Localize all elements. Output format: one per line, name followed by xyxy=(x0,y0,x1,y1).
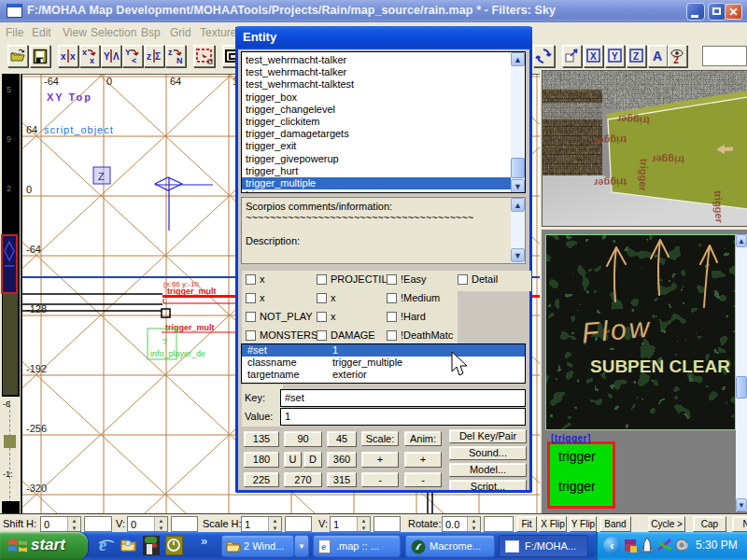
svg-text:64: 64 xyxy=(170,76,181,87)
svg-text:XY Top: XY Top xyxy=(47,91,92,103)
svg-text:0: 0 xyxy=(26,184,32,195)
svg-text:2: 2 xyxy=(673,53,679,66)
svg-text:0: 0 xyxy=(106,76,112,87)
svg-text:-256: -256 xyxy=(26,423,47,434)
svg-text:Z: Z xyxy=(98,171,105,182)
svg-text:trigger: trigger xyxy=(651,154,684,166)
svg-text:trigger: trigger xyxy=(593,177,627,189)
svg-text:A: A xyxy=(653,49,662,63)
svg-text:-64: -64 xyxy=(26,244,41,255)
svg-text:-192: -192 xyxy=(26,363,47,374)
svg-text:64: 64 xyxy=(26,124,37,135)
svg-text:Y: Y xyxy=(104,51,110,62)
svg-text:info_player_de: info_player_de xyxy=(150,349,205,358)
svg-text:x: x xyxy=(82,48,87,57)
svg-text:x: x xyxy=(90,56,94,65)
svg-text:z: z xyxy=(147,51,151,62)
svg-text:z: z xyxy=(168,48,173,57)
svg-text:trigger: trigger xyxy=(638,159,650,192)
svg-text:trigger: trigger xyxy=(616,114,650,127)
svg-text:trigger_mult: trigger_mult xyxy=(167,287,217,296)
svg-text:-128: -128 xyxy=(26,303,47,315)
svg-text:Y: Y xyxy=(125,48,131,57)
svg-text:Σ: Σ xyxy=(155,51,161,62)
svg-text:script_object: script_object xyxy=(44,124,114,135)
svg-text:-320: -320 xyxy=(26,483,47,494)
svg-text:SUBPEN CLEAR: SUBPEN CLEAR xyxy=(590,357,730,376)
svg-text:trigger_mult: trigger_mult xyxy=(165,323,215,332)
svg-text:trigger: trigger xyxy=(593,134,627,147)
svg-text:Flow: Flow xyxy=(581,312,654,348)
svg-text:x: x xyxy=(61,51,66,62)
svg-text:x: x xyxy=(70,51,76,62)
svg-text:-64: -64 xyxy=(44,76,59,87)
svg-text:trigger: trigger xyxy=(712,190,725,224)
svg-text:Y: Y xyxy=(612,51,618,62)
svg-text:<: < xyxy=(132,56,136,65)
svg-text:N: N xyxy=(176,56,183,65)
svg-text:Z: Z xyxy=(633,51,639,62)
svg-text:X: X xyxy=(590,51,597,62)
svg-text:e: e xyxy=(99,535,107,554)
svg-text:Λ: Λ xyxy=(113,51,120,62)
